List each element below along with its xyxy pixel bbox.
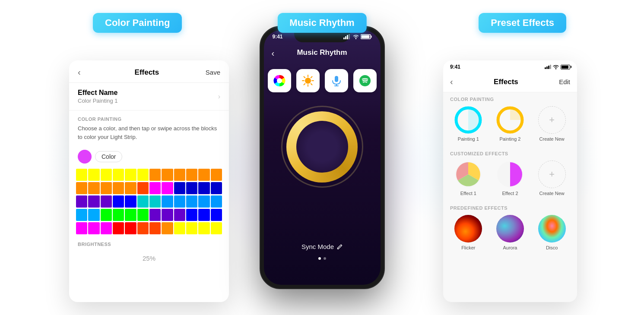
color-cell[interactable]: [76, 195, 87, 208]
color-cell[interactable]: [101, 182, 112, 194]
center-back-button[interactable]: ‹: [272, 48, 275, 58]
color-chip-label[interactable]: Color: [95, 151, 122, 162]
color-row[interactable]: [76, 209, 222, 221]
color-cell[interactable]: [125, 169, 136, 181]
microphone-button[interactable]: [325, 69, 348, 92]
spotify-button[interactable]: [353, 69, 377, 92]
color-cell[interactable]: [186, 222, 197, 234]
brightness-section: 25%: [69, 249, 229, 268]
create-new-painting-item[interactable]: + Create New: [533, 106, 571, 142]
color-chip: [78, 150, 92, 164]
aurora-item[interactable]: Aurora: [491, 215, 530, 250]
color-row[interactable]: [76, 195, 222, 208]
color-cell[interactable]: [198, 209, 209, 221]
color-cell[interactable]: [211, 222, 222, 234]
color-cell[interactable]: [76, 222, 87, 234]
color-cell[interactable]: [113, 182, 124, 194]
color-cell[interactable]: [88, 182, 99, 194]
color-cell[interactable]: [162, 169, 173, 181]
color-cell[interactable]: [174, 222, 185, 234]
svg-point-9: [305, 78, 311, 84]
color-cell[interactable]: [149, 222, 161, 234]
color-cell[interactable]: [198, 182, 209, 194]
painting1-item[interactable]: Painting 1: [449, 106, 488, 142]
color-cell[interactable]: [174, 169, 185, 181]
color-cell[interactable]: [137, 169, 149, 181]
bar3: [548, 66, 549, 69]
back-button[interactable]: ‹: [78, 67, 88, 77]
color-cell[interactable]: [186, 209, 197, 221]
color-cell[interactable]: [137, 209, 149, 221]
color-cell[interactable]: [174, 209, 185, 221]
effect1-item[interactable]: Effect 1: [449, 161, 488, 196]
color-cell[interactable]: [149, 169, 161, 181]
color-cell[interactable]: [211, 195, 222, 208]
signal-bars: [545, 65, 551, 69]
disco-item[interactable]: Disco: [533, 215, 571, 250]
color-cell[interactable]: [162, 182, 173, 194]
color-cell[interactable]: [113, 169, 124, 181]
color-cell[interactable]: [162, 209, 173, 221]
color-cell[interactable]: [198, 222, 209, 234]
color-cell[interactable]: [162, 195, 173, 208]
color-cell[interactable]: [211, 169, 222, 181]
color-cell[interactable]: [211, 209, 222, 221]
bar1: [545, 67, 546, 69]
create-new-painting-circle: +: [538, 106, 566, 134]
color-cell[interactable]: [76, 182, 87, 194]
color-cell[interactable]: [125, 222, 136, 234]
right-back-button[interactable]: ‹: [450, 77, 453, 87]
color-cell[interactable]: [149, 195, 161, 208]
edit-button[interactable]: Edit: [559, 78, 570, 85]
color-cell[interactable]: [137, 222, 149, 234]
dot-indicator: [318, 257, 326, 260]
label-music-rhythm: Music Rhythm: [277, 13, 366, 33]
color-cell[interactable]: [101, 195, 112, 208]
color-cell[interactable]: [137, 195, 149, 208]
color-cell[interactable]: [125, 182, 136, 194]
color-cell[interactable]: [113, 195, 124, 208]
right-wifi-icon: [553, 65, 559, 69]
label-color-painting: Color Painting: [93, 13, 182, 33]
color-cell[interactable]: [125, 195, 136, 208]
save-button[interactable]: Save: [206, 69, 220, 76]
brightness-button[interactable]: [296, 69, 320, 92]
color-cell[interactable]: [186, 195, 197, 208]
color-cell[interactable]: [162, 222, 173, 234]
color-cell[interactable]: [186, 182, 197, 194]
color-cell[interactable]: [125, 209, 136, 221]
center-time: 9:41: [273, 34, 283, 40]
color-cell[interactable]: [88, 222, 99, 234]
color-cell[interactable]: [113, 209, 124, 221]
customized-effects-grid: Effect 1 Effect 2 + Create New: [443, 159, 577, 201]
color-cell[interactable]: [211, 182, 222, 194]
color-wheel-button[interactable]: [268, 69, 291, 92]
flicker-item[interactable]: Flicker: [449, 215, 488, 250]
color-cell[interactable]: [149, 182, 161, 194]
color-cell[interactable]: [88, 195, 99, 208]
effect2-item[interactable]: Effect 2: [491, 161, 530, 196]
color-row[interactable]: [76, 169, 222, 181]
color-cell[interactable]: [88, 169, 99, 181]
color-cell[interactable]: [174, 195, 185, 208]
sync-mode-label[interactable]: Sync Mode: [301, 243, 343, 250]
effect2-circle: [496, 161, 524, 188]
color-cell[interactable]: [113, 222, 124, 234]
color-cell[interactable]: [137, 182, 149, 194]
effect-name-row[interactable]: Effect Name Color Painting 1 ›: [69, 83, 229, 110]
color-cell[interactable]: [76, 209, 87, 221]
color-cell[interactable]: [101, 169, 112, 181]
create-new-effect-item[interactable]: + Create New: [533, 161, 571, 196]
color-cell[interactable]: [174, 182, 185, 194]
color-cell[interactable]: [88, 209, 99, 221]
color-cell[interactable]: [76, 169, 87, 181]
painting2-item[interactable]: Painting 2: [491, 106, 530, 142]
color-cell[interactable]: [101, 209, 112, 221]
color-cell[interactable]: [198, 195, 209, 208]
color-cell[interactable]: [186, 169, 197, 181]
color-cell[interactable]: [149, 209, 161, 221]
color-row[interactable]: [76, 182, 222, 194]
color-cell[interactable]: [101, 222, 112, 234]
color-cell[interactable]: [198, 169, 209, 181]
color-row[interactable]: [76, 222, 222, 234]
